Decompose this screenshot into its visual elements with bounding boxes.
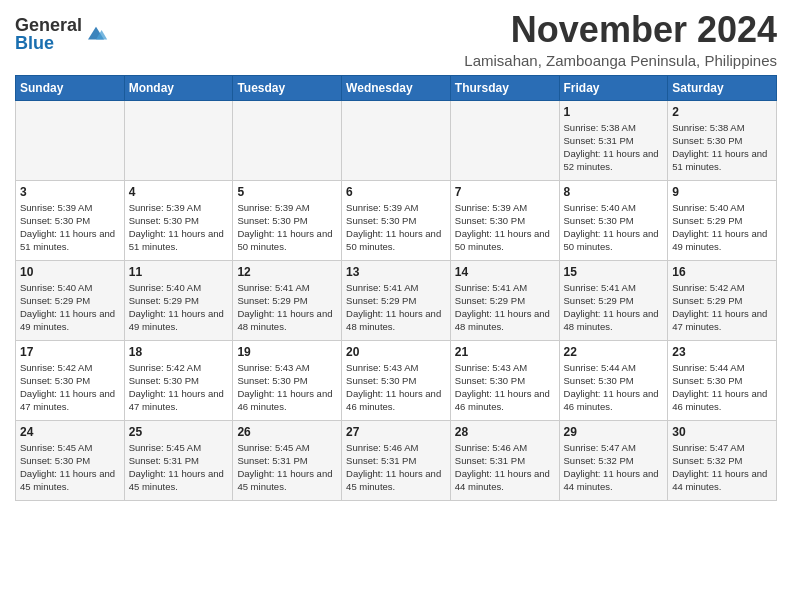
day-info: Sunrise: 5:41 AM Sunset: 5:29 PM Dayligh…: [237, 281, 337, 334]
day-of-week-header: Monday: [124, 75, 233, 100]
day-info: Sunrise: 5:42 AM Sunset: 5:29 PM Dayligh…: [672, 281, 772, 334]
calendar-cell: 6Sunrise: 5:39 AM Sunset: 5:30 PM Daylig…: [342, 180, 451, 260]
day-number: 28: [455, 425, 555, 439]
calendar-week-row: 1Sunrise: 5:38 AM Sunset: 5:31 PM Daylig…: [16, 100, 777, 180]
calendar-cell: [342, 100, 451, 180]
calendar-week-row: 10Sunrise: 5:40 AM Sunset: 5:29 PM Dayli…: [16, 260, 777, 340]
calendar-cell: 13Sunrise: 5:41 AM Sunset: 5:29 PM Dayli…: [342, 260, 451, 340]
day-number: 11: [129, 265, 229, 279]
day-number: 12: [237, 265, 337, 279]
day-info: Sunrise: 5:44 AM Sunset: 5:30 PM Dayligh…: [672, 361, 772, 414]
day-info: Sunrise: 5:39 AM Sunset: 5:30 PM Dayligh…: [129, 201, 229, 254]
day-info: Sunrise: 5:38 AM Sunset: 5:31 PM Dayligh…: [564, 121, 664, 174]
day-info: Sunrise: 5:43 AM Sunset: 5:30 PM Dayligh…: [455, 361, 555, 414]
day-info: Sunrise: 5:39 AM Sunset: 5:30 PM Dayligh…: [237, 201, 337, 254]
calendar-week-row: 24Sunrise: 5:45 AM Sunset: 5:30 PM Dayli…: [16, 420, 777, 500]
calendar-cell: 26Sunrise: 5:45 AM Sunset: 5:31 PM Dayli…: [233, 420, 342, 500]
day-number: 25: [129, 425, 229, 439]
day-info: Sunrise: 5:40 AM Sunset: 5:29 PM Dayligh…: [129, 281, 229, 334]
day-number: 14: [455, 265, 555, 279]
calendar-cell: 5Sunrise: 5:39 AM Sunset: 5:30 PM Daylig…: [233, 180, 342, 260]
calendar-cell: 9Sunrise: 5:40 AM Sunset: 5:29 PM Daylig…: [668, 180, 777, 260]
calendar-cell: 28Sunrise: 5:46 AM Sunset: 5:31 PM Dayli…: [450, 420, 559, 500]
day-info: Sunrise: 5:46 AM Sunset: 5:31 PM Dayligh…: [455, 441, 555, 494]
day-number: 27: [346, 425, 446, 439]
day-info: Sunrise: 5:40 AM Sunset: 5:29 PM Dayligh…: [672, 201, 772, 254]
day-number: 22: [564, 345, 664, 359]
calendar-cell: 22Sunrise: 5:44 AM Sunset: 5:30 PM Dayli…: [559, 340, 668, 420]
day-number: 4: [129, 185, 229, 199]
day-number: 7: [455, 185, 555, 199]
calendar-header: SundayMondayTuesdayWednesdayThursdayFrid…: [16, 75, 777, 100]
calendar-cell: 11Sunrise: 5:40 AM Sunset: 5:29 PM Dayli…: [124, 260, 233, 340]
calendar-cell: 29Sunrise: 5:47 AM Sunset: 5:32 PM Dayli…: [559, 420, 668, 500]
day-info: Sunrise: 5:39 AM Sunset: 5:30 PM Dayligh…: [455, 201, 555, 254]
calendar-cell: 10Sunrise: 5:40 AM Sunset: 5:29 PM Dayli…: [16, 260, 125, 340]
logo-icon: [84, 25, 108, 43]
day-number: 10: [20, 265, 120, 279]
calendar-cell: 30Sunrise: 5:47 AM Sunset: 5:32 PM Dayli…: [668, 420, 777, 500]
calendar-table: SundayMondayTuesdayWednesdayThursdayFrid…: [15, 75, 777, 501]
day-number: 20: [346, 345, 446, 359]
calendar-cell: 21Sunrise: 5:43 AM Sunset: 5:30 PM Dayli…: [450, 340, 559, 420]
calendar-cell: 23Sunrise: 5:44 AM Sunset: 5:30 PM Dayli…: [668, 340, 777, 420]
calendar-body: 1Sunrise: 5:38 AM Sunset: 5:31 PM Daylig…: [16, 100, 777, 500]
logo-blue-text: Blue: [15, 34, 82, 52]
calendar-cell: 17Sunrise: 5:42 AM Sunset: 5:30 PM Dayli…: [16, 340, 125, 420]
logo: General Blue: [15, 16, 108, 52]
day-of-week-header: Sunday: [16, 75, 125, 100]
day-number: 1: [564, 105, 664, 119]
day-number: 15: [564, 265, 664, 279]
calendar-cell: 7Sunrise: 5:39 AM Sunset: 5:30 PM Daylig…: [450, 180, 559, 260]
day-number: 23: [672, 345, 772, 359]
day-info: Sunrise: 5:39 AM Sunset: 5:30 PM Dayligh…: [346, 201, 446, 254]
day-info: Sunrise: 5:42 AM Sunset: 5:30 PM Dayligh…: [20, 361, 120, 414]
day-info: Sunrise: 5:38 AM Sunset: 5:30 PM Dayligh…: [672, 121, 772, 174]
calendar-cell: 4Sunrise: 5:39 AM Sunset: 5:30 PM Daylig…: [124, 180, 233, 260]
calendar-cell: 25Sunrise: 5:45 AM Sunset: 5:31 PM Dayli…: [124, 420, 233, 500]
day-info: Sunrise: 5:41 AM Sunset: 5:29 PM Dayligh…: [455, 281, 555, 334]
day-info: Sunrise: 5:42 AM Sunset: 5:30 PM Dayligh…: [129, 361, 229, 414]
calendar-cell: [124, 100, 233, 180]
calendar-cell: 20Sunrise: 5:43 AM Sunset: 5:30 PM Dayli…: [342, 340, 451, 420]
calendar-cell: 14Sunrise: 5:41 AM Sunset: 5:29 PM Dayli…: [450, 260, 559, 340]
day-number: 17: [20, 345, 120, 359]
calendar-cell: 8Sunrise: 5:40 AM Sunset: 5:30 PM Daylig…: [559, 180, 668, 260]
day-info: Sunrise: 5:39 AM Sunset: 5:30 PM Dayligh…: [20, 201, 120, 254]
day-info: Sunrise: 5:45 AM Sunset: 5:30 PM Dayligh…: [20, 441, 120, 494]
calendar-cell: [450, 100, 559, 180]
day-info: Sunrise: 5:47 AM Sunset: 5:32 PM Dayligh…: [672, 441, 772, 494]
calendar-cell: [16, 100, 125, 180]
day-number: 24: [20, 425, 120, 439]
logo-general-text: General: [15, 16, 82, 34]
day-info: Sunrise: 5:47 AM Sunset: 5:32 PM Dayligh…: [564, 441, 664, 494]
day-number: 18: [129, 345, 229, 359]
calendar-cell: 16Sunrise: 5:42 AM Sunset: 5:29 PM Dayli…: [668, 260, 777, 340]
day-of-week-header: Friday: [559, 75, 668, 100]
day-of-week-header: Wednesday: [342, 75, 451, 100]
day-of-week-header: Saturday: [668, 75, 777, 100]
calendar-cell: 15Sunrise: 5:41 AM Sunset: 5:29 PM Dayli…: [559, 260, 668, 340]
page-header: General Blue November 2024 Lamisahan, Za…: [15, 10, 777, 69]
day-number: 26: [237, 425, 337, 439]
day-info: Sunrise: 5:41 AM Sunset: 5:29 PM Dayligh…: [346, 281, 446, 334]
day-number: 21: [455, 345, 555, 359]
day-of-week-header: Tuesday: [233, 75, 342, 100]
calendar-cell: 19Sunrise: 5:43 AM Sunset: 5:30 PM Dayli…: [233, 340, 342, 420]
calendar-cell: 12Sunrise: 5:41 AM Sunset: 5:29 PM Dayli…: [233, 260, 342, 340]
month-title: November 2024: [464, 10, 777, 50]
day-number: 5: [237, 185, 337, 199]
day-info: Sunrise: 5:43 AM Sunset: 5:30 PM Dayligh…: [346, 361, 446, 414]
location-subtitle: Lamisahan, Zamboanga Peninsula, Philippi…: [464, 52, 777, 69]
day-info: Sunrise: 5:41 AM Sunset: 5:29 PM Dayligh…: [564, 281, 664, 334]
day-number: 6: [346, 185, 446, 199]
day-number: 2: [672, 105, 772, 119]
day-number: 8: [564, 185, 664, 199]
day-info: Sunrise: 5:40 AM Sunset: 5:29 PM Dayligh…: [20, 281, 120, 334]
calendar-cell: 1Sunrise: 5:38 AM Sunset: 5:31 PM Daylig…: [559, 100, 668, 180]
calendar-week-row: 17Sunrise: 5:42 AM Sunset: 5:30 PM Dayli…: [16, 340, 777, 420]
day-of-week-header: Thursday: [450, 75, 559, 100]
calendar-cell: 18Sunrise: 5:42 AM Sunset: 5:30 PM Dayli…: [124, 340, 233, 420]
day-info: Sunrise: 5:45 AM Sunset: 5:31 PM Dayligh…: [237, 441, 337, 494]
day-number: 29: [564, 425, 664, 439]
